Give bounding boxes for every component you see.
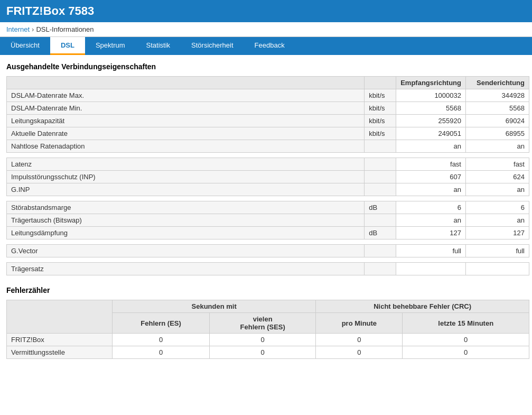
error-pro-minute: 0 <box>316 334 403 346</box>
prop-empfang: 249051 <box>396 127 466 140</box>
prop-empfang: 127 <box>396 227 466 239</box>
prop-sende: 344928 <box>466 89 529 102</box>
prop-sende: fast <box>466 158 529 171</box>
breadcrumb-current: DSL-Informationen <box>36 25 94 33</box>
error-col-pro-minute: pro Minute <box>316 313 403 334</box>
prop-unit: dB <box>365 201 396 214</box>
prop-label: Latenz <box>7 158 365 171</box>
table-row: Störabstandsmarge dB 6 6 <box>7 201 529 214</box>
prop-unit <box>365 158 396 171</box>
error-counter-table: Sekunden mit Nicht behebbare Fehler (CRC… <box>6 300 529 359</box>
connection-props-title: Ausgehandelte Verbindungseigenschaften <box>6 62 526 71</box>
prop-label: Impulsstörungsschutz (INP) <box>7 171 365 183</box>
table-row: FRITZ!Box 0 0 0 0 <box>7 334 529 346</box>
error-col-letzte-15: letzte 15 Minuten <box>403 313 529 334</box>
prop-empfang: 607 <box>396 171 466 183</box>
error-col-device-header <box>7 300 113 334</box>
prop-unit: kbit/s <box>365 89 396 102</box>
prop-unit: kbit/s <box>365 115 396 127</box>
col-label-header <box>7 77 365 89</box>
prop-unit <box>365 140 396 153</box>
error-col-fehler-es: Fehlern (ES) <box>113 313 210 334</box>
col-unit-header <box>365 77 396 89</box>
tab-stoersicherheit[interactable]: Störsicherheit <box>181 37 244 55</box>
prop-label: Störabstandsmarge <box>7 201 365 214</box>
prop-unit <box>365 245 396 257</box>
error-col-nicht-behebbar: Nicht behebbare Fehler (CRC) <box>316 300 529 313</box>
table-row: G.Vector full full <box>7 245 529 257</box>
prop-empfang <box>396 263 466 275</box>
prop-empfang: full <box>396 245 466 257</box>
prop-sende: 624 <box>466 171 529 183</box>
table-row: Trägertausch (Bitswap) an an <box>7 214 529 227</box>
error-col-vielen-header: vielen Fehlern (SES) <box>210 313 316 334</box>
prop-unit: dB <box>365 227 396 239</box>
prop-label: Leitungskapazität <box>7 115 365 127</box>
error-letzte-15: 0 <box>403 346 529 359</box>
tab-uebersicht[interactable]: Übersicht <box>0 37 50 55</box>
prop-sende: an <box>466 183 529 196</box>
prop-unit <box>365 263 396 275</box>
prop-sende: 6 <box>466 201 529 214</box>
prop-label: Nahtlose Ratenadaption <box>7 140 365 153</box>
prop-label: DSLAM-Datenrate Max. <box>7 89 365 102</box>
prop-sende: 127 <box>466 227 529 239</box>
table-row: Impulsstörungsschutz (INP) 607 624 <box>7 171 529 183</box>
prop-label: DSLAM-Datenrate Min. <box>7 102 365 115</box>
connection-props-table: Empfangsrichtung Senderichtung DSLAM-Dat… <box>6 76 529 275</box>
prop-label: Aktuelle Datenrate <box>7 127 365 140</box>
prop-empfang: an <box>396 140 466 153</box>
error-col-sek-mit: Sekunden mit <box>113 300 316 313</box>
prop-empfang: 5568 <box>396 102 466 115</box>
prop-unit: kbit/s <box>365 127 396 140</box>
table-row: DSLAM-Datenrate Min. kbit/s 5568 5568 <box>7 102 529 115</box>
error-es: 0 <box>113 334 210 346</box>
error-device-label: Vermittlungsstelle <box>7 346 113 359</box>
col-sende-header: Senderichtung <box>466 77 529 89</box>
breadcrumb-separator: › <box>32 25 34 33</box>
prop-empfang: 255920 <box>396 115 466 127</box>
tab-statistik[interactable]: Statistik <box>136 37 181 55</box>
prop-sende: 5568 <box>466 102 529 115</box>
prop-label: Trägertausch (Bitswap) <box>7 214 365 227</box>
prop-sende <box>466 263 529 275</box>
breadcrumb: Internet › DSL-Informationen <box>0 22 532 37</box>
prop-label: G.Vector <box>7 245 365 257</box>
main-content: Ausgehandelte Verbindungseigenschaften E… <box>0 55 532 366</box>
tab-feedback[interactable]: Feedback <box>244 37 295 55</box>
tab-spektrum[interactable]: Spektrum <box>85 37 136 55</box>
error-counter-title: Fehlerzähler <box>6 286 526 294</box>
table-row: Vermittlungsstelle 0 0 0 0 <box>7 346 529 359</box>
table-row: Leitungsdämpfung dB 127 127 <box>7 227 529 239</box>
table-row: DSLAM-Datenrate Max. kbit/s 1000032 3449… <box>7 89 529 102</box>
prop-sende: an <box>466 140 529 153</box>
prop-unit: kbit/s <box>365 102 396 115</box>
table-row: Latenz fast fast <box>7 158 529 171</box>
breadcrumb-parent[interactable]: Internet <box>6 25 30 33</box>
table-row: Aktuelle Datenrate kbit/s 249051 68955 <box>7 127 529 140</box>
prop-empfang: 6 <box>396 201 466 214</box>
col-empfang-header: Empfangsrichtung <box>396 77 466 89</box>
prop-empfang: an <box>396 183 466 196</box>
prop-label: Leitungsdämpfung <box>7 227 365 239</box>
prop-label: Trägersatz <box>7 263 365 275</box>
error-ses: 0 <box>210 334 316 346</box>
error-letzte-15: 0 <box>403 334 529 346</box>
tab-dsl[interactable]: DSL <box>50 37 85 55</box>
error-es: 0 <box>113 346 210 359</box>
prop-sende: 69024 <box>466 115 529 127</box>
table-row: Nahtlose Ratenadaption an an <box>7 140 529 153</box>
error-ses: 0 <box>210 346 316 359</box>
prop-sende: full <box>466 245 529 257</box>
prop-unit <box>365 171 396 183</box>
prop-empfang: fast <box>396 158 466 171</box>
prop-sende: 68955 <box>466 127 529 140</box>
header-bar: FRITZ!Box 7583 <box>0 0 532 22</box>
prop-unit <box>365 214 396 227</box>
table-row: Trägersatz <box>7 263 529 275</box>
prop-label: G.INP <box>7 183 365 196</box>
table-row: Leitungskapazität kbit/s 255920 69024 <box>7 115 529 127</box>
prop-sende: an <box>466 214 529 227</box>
prop-empfang: 1000032 <box>396 89 466 102</box>
error-pro-minute: 0 <box>316 346 403 359</box>
